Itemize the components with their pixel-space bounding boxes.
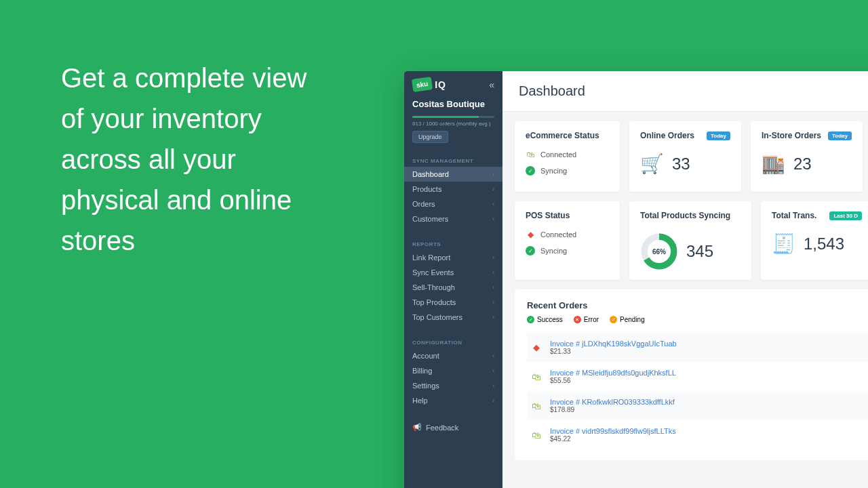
invoice-link[interactable]: Invoice # vidrt99sflskdf99flw9ljsfLLTks [550, 427, 676, 435]
chevron-right-icon: › [492, 201, 494, 207]
nav-item-billing[interactable]: Billing› [404, 363, 502, 378]
nav-item-feedback[interactable]: 📢 Feedback [404, 419, 502, 436]
check-icon: ✓ [526, 246, 535, 256]
logo-badge: sku [412, 77, 433, 92]
main-content: Dashboard eCommerce Status 🛍Connected ✓S… [502, 71, 868, 488]
donut-percent: 66% [652, 248, 666, 256]
card-title: eCommerce Status [526, 131, 599, 140]
status-connected: ◆Connected [526, 230, 609, 239]
nav-item-orders[interactable]: Orders› [404, 197, 502, 211]
logo: sku IQ [412, 78, 446, 91]
check-icon: ✓ [526, 166, 535, 176]
chevron-right-icon: › [492, 314, 494, 321]
order-price: $178.89 [550, 406, 675, 413]
donut-chart: 66% [640, 232, 678, 270]
chevron-right-icon: › [492, 284, 494, 291]
badge-last30: Last 30 D [829, 211, 862, 220]
shopify-icon: 🛍 [531, 371, 542, 382]
store-name: Cositas Boutique [412, 99, 494, 109]
order-price: $45.22 [550, 435, 676, 443]
card-title: POS Status [526, 211, 570, 220]
card-title: Total Products Syncing [640, 211, 730, 220]
receipt-icon: 🧾 [772, 232, 795, 255]
success-icon: ✓ [527, 316, 534, 323]
lightspeed-icon: ◆ [531, 342, 542, 352]
card-title: Online Orders [640, 131, 694, 140]
badge-today: Today [707, 131, 730, 140]
nav-item-sell-through[interactable]: Sell-Through› [404, 280, 502, 295]
shopify-icon: 🛍 [526, 150, 535, 159]
nav-item-dashboard[interactable]: Dashboard› [404, 167, 502, 182]
badge-today: Today [828, 131, 852, 140]
chevron-right-icon: › [492, 186, 494, 192]
status-syncing: ✓Syncing [526, 246, 609, 256]
recent-title: Recent Orders [527, 300, 868, 310]
megaphone-icon: 📢 [412, 423, 422, 432]
invoice-link[interactable]: Invoice # jLDXhqK198skVggaUIcTuab [550, 340, 677, 348]
card-instore-orders: In-Store Orders Today 🏬 23 [751, 121, 863, 192]
lightspeed-icon: ◆ [526, 230, 535, 239]
nav-item-top-customers[interactable]: Top Customers› [404, 310, 502, 325]
error-icon: ✕ [574, 316, 581, 323]
chevron-right-icon: › [492, 397, 494, 404]
nav-heading-reports: REPORTS [404, 237, 502, 250]
usage-bar [412, 116, 494, 118]
invoice-link[interactable]: Invoice # MSleidfju89dfs0gudjKhksfLL [550, 369, 676, 377]
usage-text: 813 / 1000 orders (monthly avg.) [412, 121, 494, 127]
chevron-right-icon: › [492, 171, 494, 178]
chevron-right-icon: › [492, 382, 494, 389]
chevron-right-icon: › [492, 352, 494, 359]
card-total-trans: Total Trans. Last 30 D 🧾 1,543 [761, 201, 868, 280]
card-products-syncing: Total Products Syncing 66% 345 [629, 201, 751, 280]
status-connected: 🛍Connected [526, 150, 609, 159]
nav-item-top-products[interactable]: Top Products› [404, 295, 502, 310]
nav-item-products[interactable]: Products› [404, 182, 502, 197]
recent-orders: Recent Orders ✓Success ✕Error ✓Pending ◆… [515, 289, 868, 460]
card-online-orders: Online Orders Today 🛒 33 [629, 121, 741, 192]
metric-value: 345 [686, 242, 713, 261]
upgrade-button[interactable]: Upgrade [412, 131, 448, 143]
chevron-right-icon: › [492, 367, 494, 374]
legend: ✓Success ✕Error ✓Pending [527, 316, 868, 323]
order-price: $55.56 [550, 377, 676, 384]
chevron-right-icon: › [492, 269, 494, 276]
metric-value: 23 [793, 155, 812, 174]
card-pos-status: POS Status ◆Connected ✓Syncing [515, 201, 620, 280]
chevron-right-icon: › [492, 299, 494, 306]
order-price: $21.33 [550, 348, 677, 355]
app-window: sku IQ « Cositas Boutique 813 / 1000 ord… [404, 71, 868, 488]
store-icon: 🏬 [762, 152, 785, 175]
card-title: Total Trans. [772, 211, 816, 220]
card-title: In-Store Orders [762, 131, 821, 140]
nav-heading-sync: SYNC MANAGEMENT [404, 154, 502, 167]
order-row[interactable]: 🛍Invoice # MSleidfju89dfs0gudjKhksfLL$55… [527, 362, 868, 391]
shopify-icon: 🛍 [531, 401, 542, 411]
nav-item-sync-events[interactable]: Sync Events› [404, 265, 502, 280]
sidebar: sku IQ « Cositas Boutique 813 / 1000 ord… [404, 71, 502, 488]
nav-item-help[interactable]: Help› [404, 393, 502, 408]
status-syncing: ✓Syncing [526, 166, 609, 176]
nav-item-link-report[interactable]: Link Report› [404, 250, 502, 265]
logo-iq: IQ [435, 79, 446, 90]
nav-item-account[interactable]: Account› [404, 348, 502, 363]
order-row[interactable]: ◆Invoice # jLDXhqK198skVggaUIcTuab$21.33 [527, 333, 868, 362]
nav-heading-config: CONFIGURATION [404, 336, 502, 348]
cart-icon: 🛒 [640, 152, 664, 175]
page-title: Dashboard [519, 83, 868, 99]
main-header: Dashboard [502, 71, 868, 112]
hero-text: Get a complete view of your inventory ac… [61, 58, 332, 261]
pending-icon: ✓ [610, 316, 617, 323]
metric-value: 33 [672, 155, 690, 174]
collapse-sidebar-icon[interactable]: « [489, 79, 494, 90]
chevron-right-icon: › [492, 254, 494, 261]
order-row[interactable]: 🛍Invoice # vidrt99sflskdf99flw9ljsfLLTks… [527, 420, 868, 449]
invoice-link[interactable]: Invoice # KRofkwklRO039333kdffLkkf [550, 398, 675, 406]
order-row[interactable]: 🛍Invoice # KRofkwklRO039333kdffLkkf$178.… [527, 391, 868, 420]
chevron-right-icon: › [492, 216, 494, 222]
nav-item-customers[interactable]: Customers› [404, 211, 502, 226]
metric-value: 1,543 [804, 235, 844, 253]
nav-item-settings[interactable]: Settings› [404, 378, 502, 393]
card-ecommerce-status: eCommerce Status 🛍Connected ✓Syncing [515, 121, 620, 192]
shopify-icon: 🛍 [531, 430, 542, 441]
